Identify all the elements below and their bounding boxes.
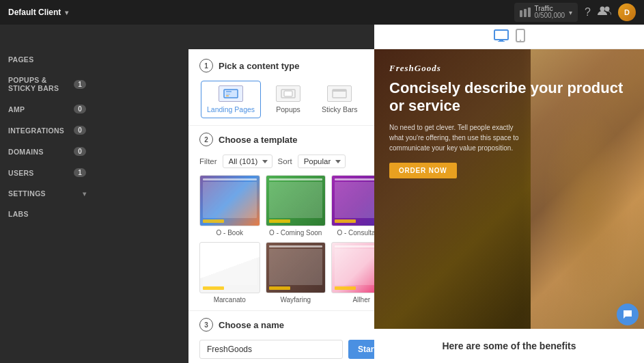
- content-type-landing-pages[interactable]: Landing Pages: [201, 81, 261, 118]
- template-name-marcanato: Marcanato: [199, 296, 260, 304]
- preview-hero: FreshGoods Concisely describe your produ…: [374, 49, 644, 363]
- template-card-coming-soon[interactable]: O - Coming Soon: [266, 175, 326, 237]
- sidebar-item-label-domains: DOMAINS: [8, 148, 44, 156]
- content-type-landing-pages-label: Landing Pages: [207, 105, 255, 113]
- sidebar-arrow-settings: ▾: [83, 190, 86, 198]
- popup-icon: [276, 85, 300, 102]
- svg-rect-14: [494, 30, 508, 40]
- step2-circle: 2: [199, 133, 213, 146]
- sidebar-item-settings[interactable]: SETTINGS▾: [0, 183, 94, 204]
- template-thumb-book: [199, 175, 260, 226]
- sidebar-item-amp[interactable]: AMP0: [0, 98, 94, 120]
- help-icon[interactable]: ?: [585, 6, 591, 18]
- sidebar-badge-integrations: 0: [74, 126, 86, 135]
- content-type-sticky-bars-label: Sticky Bars: [322, 105, 358, 113]
- template-thumb-coming-soon: [266, 175, 326, 226]
- preview-content: FreshGoods Concisely describe your produ…: [374, 49, 644, 363]
- content-type-sticky-bars[interactable]: Sticky Bars: [316, 81, 364, 118]
- svg-rect-1: [524, 9, 527, 17]
- filter-select[interactable]: All (101): [223, 154, 272, 168]
- svg-point-3: [600, 7, 605, 12]
- sidebar-badge-users: 1: [74, 168, 86, 177]
- chat-bubble-icon[interactable]: [617, 304, 639, 325]
- svg-rect-7: [226, 94, 230, 95]
- sidebar-item-label-pages: PAGES: [8, 55, 33, 64]
- sidebar-badge-popups: 1: [74, 80, 86, 89]
- sidebar: PAGESPOPUPS & STICKY BARS1AMP0INTEGRATIO…: [0, 25, 94, 363]
- preview-toolbar: [374, 25, 644, 49]
- sidebar-badge-domains: 0: [74, 147, 86, 156]
- topbar-left: Default Client ▾: [0, 0, 94, 25]
- sort-label: Sort: [278, 157, 292, 165]
- sidebar-item-label-labs: LABS: [8, 210, 29, 218]
- desktop-view-icon[interactable]: [494, 29, 509, 44]
- sidebar-item-domains[interactable]: DOMAINS0: [0, 141, 94, 162]
- traffic-indicator: Traffic 0/500,000 ▾: [514, 3, 578, 22]
- landing-page-icon: [219, 85, 243, 102]
- svg-rect-5: [224, 90, 238, 98]
- avatar[interactable]: D: [618, 3, 636, 21]
- template-thumb-marcanato: [199, 242, 260, 293]
- template-card-marcanato[interactable]: Marcanato: [199, 242, 260, 304]
- preview-brand: FreshGoods: [389, 63, 629, 74]
- step3-label: Choose a name: [219, 320, 284, 330]
- filter-label: Filter: [199, 157, 217, 165]
- template-thumb-wayfaring: [266, 242, 326, 293]
- step1-label: Pick a content type: [219, 61, 299, 71]
- svg-rect-8: [226, 96, 229, 97]
- template-card-book[interactable]: O - Book: [199, 175, 260, 237]
- topbar-right: Traffic 0/500,000 ▾ ? D: [94, 0, 644, 25]
- sidebar-nav: PAGESPOPUPS & STICKY BARS1AMP0INTEGRATIO…: [0, 49, 94, 224]
- sticky-bar-icon: [327, 85, 352, 102]
- preview-benefits-section: Here are some of the benefits: [374, 329, 644, 363]
- sidebar-item-label-integrations: INTEGRATIONS: [8, 126, 64, 135]
- svg-point-4: [605, 7, 610, 12]
- svg-rect-2: [528, 8, 531, 17]
- sidebar-item-labs[interactable]: LABS: [0, 204, 94, 224]
- sidebar-item-popups[interactable]: POPUPS & STICKY BARS1: [0, 70, 94, 98]
- traffic-value: 0/500,000: [535, 12, 565, 19]
- page-name-input[interactable]: [199, 340, 343, 359]
- topbar-caret-icon[interactable]: ▾: [65, 9, 68, 16]
- svg-rect-12: [333, 90, 346, 92]
- sidebar-item-label-users: USERS: [8, 169, 34, 177]
- preview-panel: FreshGoods Concisely describe your produ…: [374, 25, 644, 363]
- svg-point-18: [520, 40, 521, 41]
- preview-headline: Concisely describe your product or servi…: [389, 79, 629, 116]
- sort-select[interactable]: Popular: [298, 154, 346, 168]
- client-name[interactable]: Default Client: [8, 8, 61, 17]
- sidebar-item-pages[interactable]: PAGES: [0, 49, 94, 70]
- template-name-wayfaring: Wayfaring: [266, 296, 326, 304]
- step2-label: Choose a template: [219, 135, 298, 145]
- template-name-coming-soon: O - Coming Soon: [266, 229, 326, 237]
- preview-subtext: No need to get clever. Tell people exact…: [389, 122, 526, 153]
- sidebar-item-users[interactable]: USERS1: [0, 162, 94, 183]
- content-type-popups-label: Popups: [276, 105, 300, 113]
- sidebar-badge-amp: 0: [74, 105, 86, 113]
- traffic-dropdown-icon[interactable]: ▾: [569, 9, 572, 16]
- svg-rect-15: [499, 40, 503, 41]
- traffic-icon: [520, 8, 531, 17]
- step3-circle: 3: [199, 318, 213, 332]
- preview-benefits-title: Here are some of the benefits: [442, 340, 576, 351]
- svg-rect-0: [520, 10, 522, 17]
- svg-rect-10: [284, 91, 292, 96]
- svg-rect-16: [498, 41, 505, 42]
- svg-rect-6: [226, 91, 232, 92]
- preview-order-button[interactable]: ORDER NOW: [389, 163, 457, 178]
- template-name-book: O - Book: [199, 229, 260, 237]
- sidebar-item-integrations[interactable]: INTEGRATIONS0: [0, 120, 94, 141]
- template-card-wayfaring[interactable]: Wayfaring: [266, 242, 326, 304]
- mobile-view-icon[interactable]: [516, 29, 525, 45]
- sidebar-item-label-popups: POPUPS & STICKY BARS: [8, 76, 74, 92]
- content-type-popups[interactable]: Popups: [268, 81, 309, 118]
- users-icon[interactable]: [598, 5, 611, 19]
- sidebar-item-label-settings: SETTINGS: [8, 189, 46, 198]
- sidebar-item-label-amp: AMP: [8, 105, 25, 113]
- step1-circle: 1: [199, 59, 213, 72]
